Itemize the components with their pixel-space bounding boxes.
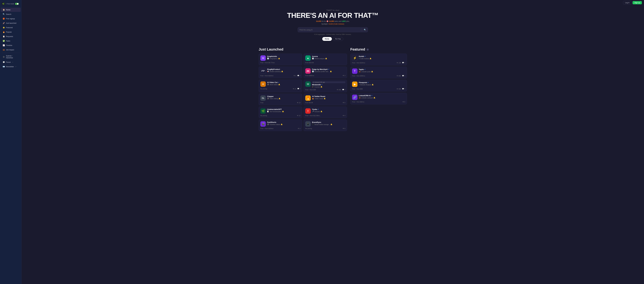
sidebar-item-forum[interactable]: 💬 Forum ↗ bbox=[1, 60, 21, 64]
sidebar-item-home[interactable]: 🏠 Home bbox=[1, 8, 21, 12]
sidebar-item-featured-label: Featured bbox=[6, 27, 13, 28]
card-name: GraphicInfo bbox=[267, 55, 300, 57]
card-paige[interactable]: m Paige by Merchynt ✔ 📊 Business profile… bbox=[304, 66, 347, 78]
card-name: AI Video Cut ✔ bbox=[267, 81, 300, 83]
card-header: 🔗 LinkedCRM AI ✔ 💼 Linkedin outreach 🔔 bbox=[352, 95, 405, 100]
hero-stat-jobs: 4,803 bbox=[342, 20, 346, 22]
card-tag: ● Website Analysis 🔔 bbox=[359, 84, 405, 86]
bell-icon: 🔔 bbox=[281, 71, 283, 72]
card-brandsync[interactable]: 📱 BrandSync 📱 Social media manage... 🔔 bbox=[304, 119, 347, 131]
spotlight-link[interactable]: Korbit (Code reviews) bbox=[328, 23, 344, 25]
sidebar-item-just-launched[interactable]: 🚀 Just launched bbox=[1, 21, 21, 25]
sidebar-item-requests-label: Requests bbox=[6, 35, 13, 37]
main-content: *TAAFT for short THERE'S AN AI FOR THAT™… bbox=[22, 0, 644, 284]
forum-icon: 💬 bbox=[3, 61, 5, 63]
verified-badge: ✔ bbox=[368, 82, 369, 83]
hero-spotlight: Spotlight: Korbit (Code reviews) bbox=[25, 23, 641, 25]
tab-home[interactable]: Home bbox=[322, 37, 332, 41]
tag-icon: 📱 bbox=[312, 124, 314, 125]
card-tag: 🎓 Courses 🔔 bbox=[312, 86, 345, 88]
card-name: Aurora bbox=[312, 55, 345, 57]
gift-icon: 🎁 bbox=[3, 18, 5, 20]
card-footer: Free + from $39 👁 640 💬 9 bbox=[305, 89, 345, 90]
card-footer: From $99/mo 👁 3 bbox=[305, 75, 345, 76]
sidebar-item-tasks[interactable]: ✅ Tasks bbox=[1, 39, 21, 43]
featured-card-taplio[interactable]: T Taplio ✔ 💼 Linkedin posts 🔔 bbox=[350, 67, 407, 78]
email-icon: 📧 bbox=[3, 66, 5, 68]
card-footer: Free + from $12.99/m... 👁 4 bbox=[305, 115, 345, 116]
card-logo: CL bbox=[260, 95, 266, 101]
verified-badge: ✔ bbox=[278, 81, 279, 83]
content-grid: Just Launched GI GraphicInfo 📊 bbox=[258, 47, 407, 131]
card-price: Free + from $59 bbox=[352, 88, 363, 90]
login-button[interactable]: Log in bbox=[623, 1, 632, 4]
sidebar-item-requests[interactable]: 📋 Requests bbox=[1, 34, 21, 38]
card-ai-video-cut[interactable]: AI AI Video Cut ✔ 🎬 Short videos 🔔 bbox=[258, 80, 302, 92]
verified-badge: ✔ bbox=[321, 84, 322, 86]
card-header: T Taplio ✔ 💼 Linkedin posts 🔔 bbox=[352, 68, 405, 74]
card-header: GI GraphicInfo 📊 Infographics 🔔 bbox=[260, 55, 300, 61]
card-fastshorts[interactable]: 🎬 FastShorts 🎬 Faceless videos 🔔 bbox=[258, 119, 302, 131]
featured-card-linkedcrm[interactable]: 🔗 LinkedCRM AI ✔ 💼 Linkedin outreach 🔔 bbox=[350, 93, 407, 104]
card-info: GraphicInfo 📊 Infographics 🔔 bbox=[267, 55, 300, 59]
sidebar-item-job-impact[interactable]: 💼 Job impact bbox=[1, 48, 21, 52]
card-clapper[interactable]: CL Clapper 🎬 Video editing 🔔 bbox=[258, 94, 302, 105]
card-logo: 🔗 bbox=[352, 95, 358, 100]
card-youka[interactable]: ! Youka ✔ 🎤 Karaoke 🔔 bbox=[304, 107, 347, 118]
signup-button[interactable]: Sign up bbox=[632, 1, 642, 4]
card-logo: M bbox=[305, 81, 311, 87]
card-name: Paige by Merchynt ✔ bbox=[312, 68, 345, 70]
sidebar-item-free-signup[interactable]: 🎁 Free signup bbox=[1, 16, 21, 21]
bell-icon: 🔔 bbox=[278, 58, 280, 59]
card-stats: 👁 6 bbox=[343, 128, 345, 129]
bell-icon: 🔔 bbox=[320, 111, 322, 112]
card-mindsmith[interactable]: M v2 released 16h ago Mindsmith ✔ 🎓 Cour… bbox=[304, 80, 347, 92]
sidebar-item-submit[interactable]: ➕ Submit / Advertise bbox=[1, 54, 21, 60]
card-undetectablegpt[interactable]: 🌿 UndetectableGPT 📝 Text humanization 🔔 bbox=[258, 107, 302, 118]
hero-stat-ais: 14,438 bbox=[316, 20, 321, 22]
card-name: UndetectableGPT bbox=[267, 108, 300, 110]
bell-icon: 🔔 bbox=[374, 97, 376, 99]
card-tag: 🎤 Karaoke 🔔 bbox=[312, 111, 345, 112]
tag-icon: 📊 bbox=[267, 58, 269, 59]
tag-icon: 📝 bbox=[267, 111, 269, 112]
card-info: Paige by Merchynt ✔ 📊 Business profile m… bbox=[312, 68, 345, 72]
card-info: Korbit ✔ ● Code reviews 🔔 bbox=[359, 55, 405, 59]
home-icon: 🏠 bbox=[3, 9, 5, 11]
search-input[interactable] bbox=[300, 29, 360, 31]
card-info: AI Video Cut ✔ 🎬 Short videos 🔔 bbox=[267, 81, 300, 85]
card-stats: 👁 5 bbox=[343, 102, 345, 103]
card-footer: No pricing 👁 22 bbox=[260, 115, 300, 116]
card-twitter-roast[interactable]: 🔥 AI Twitter Roast 🔥 Twitter roasts 🔔 bbox=[304, 94, 347, 105]
card-header: m Paige by Merchynt ✔ 📊 Business profile… bbox=[305, 68, 345, 74]
card-footer: From $24.99 bbox=[305, 62, 345, 63]
featured-card-flowpoint[interactable]: ▶ Flowpoint ✔ ● Website Analysis 🔔 bbox=[350, 80, 407, 91]
card-tag: ● Code reviews 🔔 bbox=[359, 58, 405, 59]
card-aurora[interactable]: ▲ Aurora 📊 Market analysis 🔔 bbox=[304, 54, 347, 65]
hero-stat-ais-label: AIs for 🎯 bbox=[321, 20, 329, 22]
sidebar-item-search[interactable]: 🔍 Search bbox=[1, 12, 21, 16]
featured-card-korbit[interactable]: ⚡ Korbit ✔ ● Code reviews 🔔 bbox=[350, 54, 407, 65]
tab-for-you[interactable]: For You bbox=[333, 37, 343, 41]
sidebar-item-timeline[interactable]: 📈 Timeline bbox=[1, 43, 21, 47]
card-plugmyproduct[interactable]: PP PlugMyProduct 📢 Reddit marketing 🔔 bbox=[258, 66, 302, 78]
rocket-icon: 🚀 bbox=[3, 22, 5, 24]
card-footer: Free 👁 13 bbox=[260, 102, 300, 103]
featured-title: Featured i bbox=[350, 47, 407, 51]
sidebar-item-job-impact-label: Job impact bbox=[6, 49, 14, 51]
sidebar-item-popular[interactable]: 🔥 Popular bbox=[1, 30, 21, 34]
card-price: From $0.99 bbox=[305, 102, 313, 103]
sidebar-item-newsletter[interactable]: 📧 Newsletter ↗ bbox=[1, 64, 21, 69]
card-logo: 🔥 bbox=[305, 95, 311, 101]
card-price: No pricing bbox=[260, 88, 267, 90]
sidebar-item-featured[interactable]: ⭐ Featured bbox=[1, 25, 21, 30]
search-submit-icon[interactable]: 🔍 bbox=[364, 29, 366, 31]
card-stats: 👁 3 bbox=[343, 75, 345, 76]
card-info: PlugMyProduct 📢 Reddit marketing 🔔 bbox=[267, 68, 300, 72]
bell-icon: 🔔 bbox=[330, 71, 332, 72]
card-info: v2 released 16h ago Mindsmith ✔ 🎓 Course… bbox=[312, 81, 345, 88]
card-graphicinfo[interactable]: GI GraphicInfo 📊 Infographics 🔔 bbox=[258, 54, 302, 65]
card-name: Taplio ✔ bbox=[359, 68, 405, 70]
card-logo: m bbox=[305, 68, 311, 74]
bell-icon: 🔔 bbox=[320, 86, 322, 88]
